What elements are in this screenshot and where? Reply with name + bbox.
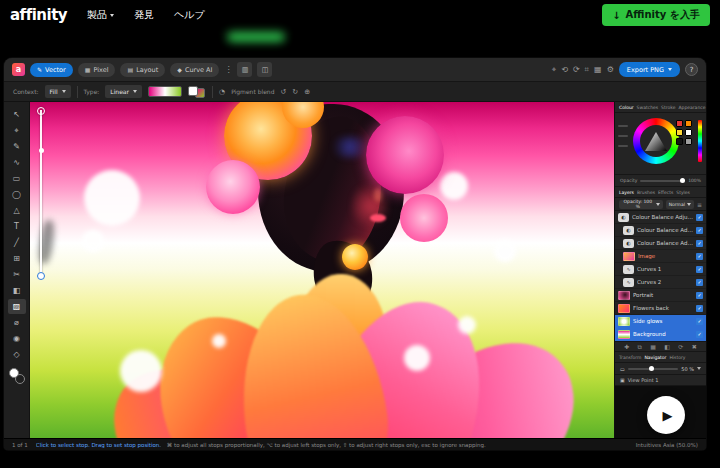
settings-gear-icon[interactable]: ⚙ [607,66,614,74]
snapping-icon[interactable]: ⌖ [552,66,557,74]
swatch-red[interactable] [676,120,683,127]
layer-row[interactable]: ◐Colour Balance Adjustment✓ [615,224,706,237]
knife-tool-icon[interactable]: ✂ [8,267,26,282]
pen-tool-icon[interactable]: ✎ [8,139,26,154]
redo-icon[interactable]: ⟳ [573,66,580,74]
get-affinity-button[interactable]: ↓ Affinity を入手 [602,4,710,26]
corner-tool-icon[interactable]: ⊞ [8,251,26,266]
blend-mode-dropdown[interactable]: Normal [666,200,694,209]
tab-appearance[interactable]: Appearance [678,105,705,110]
colour-micro-slider[interactable] [618,145,628,147]
context-fill-dropdown[interactable]: Fill [45,85,71,98]
help-button[interactable]: ? [685,63,698,76]
new-pixel-layer-icon[interactable]: ▦ [650,343,656,350]
tab-layers[interactable]: Layers [619,190,634,195]
layer-row[interactable]: ∿Curves 2✓ [615,276,706,289]
layer-visibility-checkbox[interactable]: ✓ [696,227,703,234]
gradient-type-dropdown[interactable]: Linear [105,85,142,98]
fill-gradient-tool-icon[interactable]: ▨ [8,299,26,314]
zoom-tool-icon[interactable]: ◉ [8,331,26,346]
zoom-slider-thumb[interactable] [649,366,654,371]
layer-opacity-dropdown[interactable]: Opacity: 100 % [619,200,663,209]
persona-curve-ai-button[interactable]: ◆Curve AI [170,63,219,77]
tab-stroke[interactable]: Stroke [661,105,675,110]
opacity-slider-thumb[interactable] [680,178,685,183]
layer-row[interactable]: Side glows✓ [615,315,706,328]
grid-icon[interactable]: ⌗ [585,66,590,74]
layer-visibility-checkbox[interactable]: ✓ [696,331,703,338]
viewpoint-row[interactable]: ▣ View Point 1 [615,375,706,386]
colour-micro-slider[interactable] [618,125,628,127]
canvas[interactable] [30,102,614,438]
pencil-tool-icon[interactable]: ∿ [8,155,26,170]
layer-visibility-checkbox[interactable]: ✓ [696,292,703,299]
layer-row[interactable]: Image✓ [615,250,706,263]
nav-item-help[interactable]: ヘルプ [174,8,205,22]
colour-micro-slider[interactable] [618,135,628,137]
undo-icon[interactable]: ⟲ [561,66,568,74]
delete-layer-icon[interactable]: ✖ [692,343,697,350]
tab-swatches[interactable]: Swatches [637,105,659,110]
persona-pixel-button[interactable]: ▦Pixel [78,63,116,77]
opacity-slider[interactable] [640,180,685,182]
adjustment-menu-icon[interactable]: ⟳ [678,343,683,350]
chevron-down-icon[interactable] [697,367,701,370]
gradient-midpoint-handle[interactable] [39,148,44,153]
nav-item-products[interactable]: 製品 [87,8,114,22]
swatch-white[interactable] [685,129,692,136]
layer-visibility-checkbox[interactable]: ✓ [696,266,703,273]
tab-styles[interactable]: Styles [676,190,690,195]
mask-layer-icon[interactable]: ◧ [664,343,670,350]
layer-visibility-checkbox[interactable]: ✓ [696,253,703,260]
persona-vector-button[interactable]: ✎Vector [30,63,73,77]
gradient-stop-handle-bottom[interactable] [37,272,45,280]
more-personas-icon[interactable]: ⋮ [224,66,232,74]
contour-tool-icon[interactable]: ◧ [8,283,26,298]
gradient-preview[interactable] [148,86,182,97]
layer-row[interactable]: ∿Curves 1✓ [615,263,706,276]
fill-stroke-swatches[interactable] [9,368,25,384]
add-layer-icon[interactable]: ✚ [624,343,629,350]
swatch-grey[interactable] [685,138,692,145]
line-tool-icon[interactable]: ╱ [8,235,26,250]
shape-tool-icon[interactable]: △ [8,203,26,218]
layer-row[interactable]: Background✓ [615,328,706,341]
tab-brushes[interactable]: Brushes [637,190,655,195]
zoom-slider[interactable] [628,368,679,370]
stop-colour-white[interactable] [188,86,198,96]
tab-transform[interactable]: Transform [619,355,641,360]
tab-colour[interactable]: Colour [619,105,634,110]
tab-navigator[interactable]: Navigator [644,355,666,360]
duplicate-layer-icon[interactable]: ⧉ [638,343,642,351]
swatch-yellow[interactable] [676,129,683,136]
nav-item-discover[interactable]: 発見 [134,8,154,22]
swatch-orange[interactable] [685,120,692,127]
swatch-black[interactable] [676,138,683,145]
gradient-tool-line[interactable] [40,110,42,278]
rotate-cw-icon[interactable]: ↻ [292,88,298,96]
tab-history[interactable]: History [669,355,685,360]
export-png-button[interactable]: Export PNG [619,62,680,77]
pixel-view-icon[interactable]: ▦ [594,66,602,74]
move-tool-icon[interactable]: ↖ [8,107,26,122]
tab-effects[interactable]: Effects [658,190,673,195]
preferences-button[interactable]: ◫ [257,62,272,77]
layer-visibility-checkbox[interactable]: ✓ [696,279,703,286]
layer-visibility-checkbox[interactable]: ✓ [696,214,703,221]
gradient-stop-handle-top[interactable] [37,107,45,115]
persona-layout-button[interactable]: ▤Layout [120,63,165,77]
document-setup-button[interactable]: ▥ [237,62,252,77]
fill-swatch[interactable] [9,368,19,378]
ellipse-tool-icon[interactable]: ◯ [8,187,26,202]
layer-visibility-checkbox[interactable]: ✓ [696,240,703,247]
blend-options-icon[interactable]: ≡ [697,201,702,208]
add-stop-icon[interactable]: ⊕ [304,88,310,96]
layer-visibility-checkbox[interactable]: ✓ [696,318,703,325]
layer-row[interactable]: Flowers back✓ [615,302,706,315]
stop-colour-chips[interactable] [188,86,206,98]
rotate-ccw-icon[interactable]: ↺ [280,88,286,96]
layer-row[interactable]: ◐Colour Balance Adjustment✓ [615,211,706,224]
layer-row[interactable]: ◐Colour Balance Adjustment✓ [615,237,706,250]
node-tool-icon[interactable]: ⌖ [8,123,26,138]
layer-row[interactable]: Portrait✓ [615,289,706,302]
